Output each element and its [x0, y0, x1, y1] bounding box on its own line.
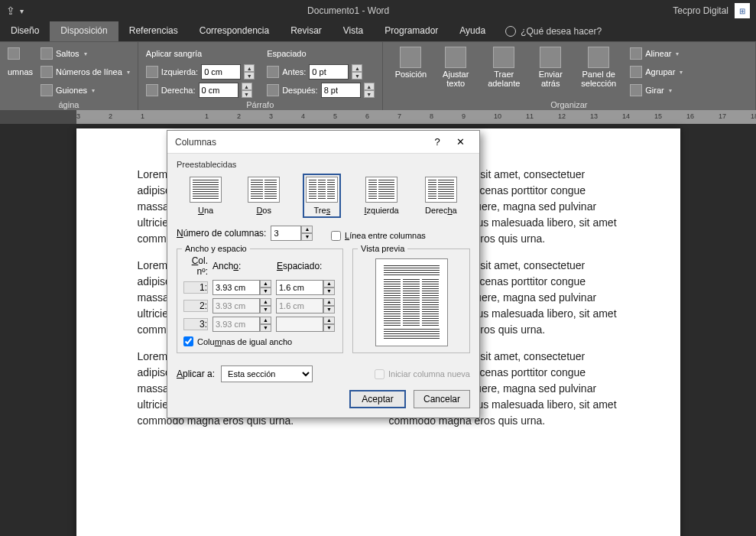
tab-disposicion[interactable]: Disposición	[50, 21, 118, 41]
tell-me-search[interactable]: ¿Qué desea hacer?	[496, 21, 611, 41]
align-icon	[630, 47, 642, 60]
space-before-label: Antes:	[282, 67, 306, 76]
spin-down[interactable]: ▼	[260, 306, 271, 313]
share-icon[interactable]: ⇪	[6, 5, 15, 17]
tab-diseno[interactable]: Diseño	[0, 21, 50, 41]
line-between-checkbox[interactable]	[331, 231, 341, 241]
spin-up[interactable]: ▲	[301, 226, 313, 233]
spin-up[interactable]: ▲	[323, 280, 335, 287]
wrap-text-button[interactable]: Ajustar texto	[434, 45, 477, 89]
rotate-label: Girar	[645, 86, 664, 95]
columns-icon	[8, 47, 20, 60]
spin-down[interactable]: ▼	[301, 233, 313, 241]
spin-down[interactable]: ▼	[323, 306, 335, 313]
indent-left-icon	[146, 66, 158, 78]
preset-two[interactable]: Dos	[245, 174, 283, 218]
indent-left-label: Izquierda:	[161, 67, 198, 76]
position-button[interactable]: Posición	[391, 45, 432, 80]
preset-right[interactable]: Derecha	[422, 174, 460, 218]
accept-button[interactable]: Aceptar	[349, 390, 406, 408]
columns-dialog: Columnas ? ✕ Preestablecidas Una Dos Tre…	[167, 130, 480, 418]
ribbon: umnas Saltos ▾ Números de línea ▾ Guione…	[0, 41, 756, 110]
spin-down[interactable]: ▼	[364, 90, 375, 98]
start-new-col-checkbox	[375, 369, 384, 379]
bring-forward-button[interactable]: Traer adelante	[480, 45, 527, 89]
breaks-button[interactable]: Saltos ▾	[41, 45, 130, 62]
spin-down[interactable]: ▼	[352, 72, 362, 80]
spin-up[interactable]: ▲	[242, 83, 252, 90]
preview-legend: Vista previa	[358, 244, 407, 253]
dialog-help-button[interactable]: ?	[426, 132, 449, 153]
spin-up[interactable]: ▲	[260, 298, 271, 306]
preset-one[interactable]: Una	[187, 174, 225, 218]
account-avatar[interactable]: ⊞	[735, 3, 750, 18]
dialog-close-button[interactable]: ✕	[449, 132, 472, 153]
equal-width-checkbox[interactable]	[183, 336, 193, 346]
bring-forward-label: Traer adelante	[485, 70, 523, 88]
titlebar: ⇪ ▾ Documento1 - Word Tecpro Digital ⊞	[0, 0, 756, 21]
account-name[interactable]: Tecpro Digital	[673, 5, 728, 16]
group-button[interactable]: Agrupar▾	[630, 63, 683, 80]
send-back-icon	[540, 47, 561, 68]
chevron-down-icon: ▾	[680, 69, 683, 76]
tab-referencias[interactable]: Referencias	[118, 21, 189, 41]
tab-vista[interactable]: Vista	[333, 21, 374, 41]
col2-width-input	[213, 298, 260, 313]
horizontal-ruler[interactable]: 321123456789101112131415161718	[0, 110, 756, 124]
apply-to-select[interactable]: Esta sección	[221, 365, 313, 382]
cols-table: Col. nº: Ancho: Espaciado: 1: ▲▼ ▲▼ 2: ▲…	[183, 255, 336, 332]
presets-row: Una Dos Tres Izquierda Derecha	[177, 174, 470, 218]
col1-width-input[interactable]	[213, 280, 260, 295]
preset-left[interactable]: Izquierda	[361, 174, 401, 218]
send-back-button[interactable]: Enviar atrás	[530, 45, 570, 89]
position-label: Posición	[395, 70, 427, 79]
spin-down[interactable]: ▼	[323, 287, 335, 295]
spin-down[interactable]: ▼	[260, 324, 271, 332]
group-pagina: umnas Saltos ▾ Números de línea ▾ Guione…	[0, 42, 138, 110]
espaciado-header: Espaciado:	[277, 261, 336, 271]
group-parrafo: Aplicar sangría Izquierda: ▲▼ Derecha: ▲…	[138, 42, 383, 110]
tab-revisar[interactable]: Revisar	[280, 21, 333, 41]
col1-spacing-input[interactable]	[276, 280, 323, 295]
space-after-label: Después:	[282, 86, 317, 95]
line-numbers-button[interactable]: Números de línea ▾	[41, 63, 130, 80]
spin-up[interactable]: ▲	[244, 64, 255, 72]
spin-down[interactable]: ▼	[242, 90, 252, 98]
dialog-titlebar[interactable]: Columnas ? ✕	[167, 131, 479, 154]
spin-down[interactable]: ▼	[323, 324, 335, 332]
space-after-input[interactable]	[321, 83, 361, 98]
spin-up[interactable]: ▲	[323, 317, 335, 324]
group-label-parrafo: Párrafo	[146, 99, 375, 109]
space-before-input[interactable]	[309, 64, 349, 80]
hyphenation-button[interactable]: Guiones ▾	[41, 82, 130, 99]
spin-up[interactable]: ▲	[352, 64, 362, 72]
indent-left-input[interactable]	[201, 64, 241, 80]
indent-right-input[interactable]	[199, 83, 238, 98]
spin-down[interactable]: ▼	[244, 72, 255, 80]
spin-up[interactable]: ▲	[260, 317, 271, 324]
equal-width-label: Columnas de igual ancho	[197, 337, 292, 346]
spin-up[interactable]: ▲	[323, 298, 335, 306]
columns-button-partial[interactable]	[8, 45, 33, 62]
tab-ayuda[interactable]: Ayuda	[449, 21, 496, 41]
tab-correspondencia[interactable]: Correspondencia	[189, 21, 280, 41]
preset-three[interactable]: Tres	[303, 174, 341, 218]
spin-up[interactable]: ▲	[260, 280, 271, 287]
rotate-button[interactable]: Girar▾	[630, 82, 683, 99]
cancel-button[interactable]: Cancelar	[414, 390, 470, 408]
spin-up[interactable]: ▲	[364, 83, 375, 90]
num-cols-input[interactable]	[271, 226, 301, 241]
apply-to-label: Aplicar a:	[177, 369, 215, 379]
hyphenation-label: Guiones	[56, 86, 87, 95]
space-before-icon	[267, 66, 279, 78]
selection-pane-button[interactable]: Panel de selección	[573, 45, 624, 89]
spacing-header: Espaciado	[267, 45, 374, 62]
tab-programador[interactable]: Programador	[374, 21, 449, 41]
wrap-icon	[445, 47, 466, 68]
align-button[interactable]: Alinear▾	[630, 45, 683, 62]
spin-down[interactable]: ▼	[260, 287, 271, 295]
chevron-down-icon: ▾	[92, 87, 95, 94]
col2-spacing-input	[276, 298, 323, 313]
breaks-label: Saltos	[56, 49, 79, 58]
lightbulb-icon	[505, 26, 516, 37]
